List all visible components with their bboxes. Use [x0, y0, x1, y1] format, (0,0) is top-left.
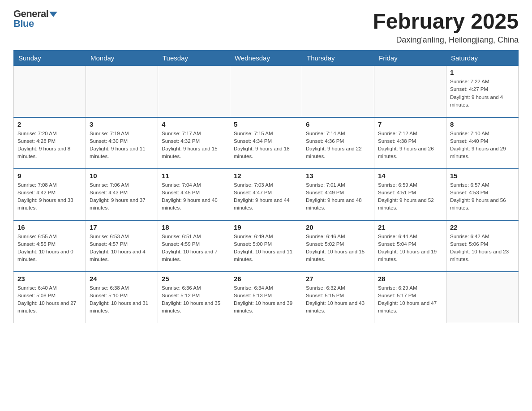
logo-blue-text: Blue — [13, 18, 34, 29]
calendar-cell-0-5 — [374, 66, 446, 117]
day-number-6: 6 — [306, 120, 370, 128]
day-info-21: Sunrise: 6:44 AMSunset: 5:04 PMDaylight:… — [378, 233, 442, 264]
day-number-1: 1 — [450, 68, 515, 76]
day-number-3: 3 — [90, 120, 154, 128]
day-info-5: Sunrise: 7:15 AMSunset: 4:34 PMDaylight:… — [234, 130, 298, 161]
location-subtitle: Daxing'anling, Heilongjiang, China — [13, 35, 519, 45]
calendar-cell-3-6: 22Sunrise: 6:42 AMSunset: 5:06 PMDayligh… — [446, 220, 519, 272]
week-row-4: 23Sunrise: 6:40 AMSunset: 5:08 PMDayligh… — [14, 272, 519, 323]
day-info-19: Sunrise: 6:49 AMSunset: 5:00 PMDaylight:… — [234, 233, 298, 264]
calendar-cell-0-0 — [14, 66, 86, 117]
day-number-12: 12 — [234, 172, 298, 180]
calendar-cell-3-2: 18Sunrise: 6:51 AMSunset: 4:59 PMDayligh… — [158, 220, 230, 272]
calendar-cell-2-1: 10Sunrise: 7:06 AMSunset: 4:43 PMDayligh… — [86, 169, 158, 220]
day-number-7: 7 — [378, 120, 442, 128]
day-info-6: Sunrise: 7:14 AMSunset: 4:36 PMDaylight:… — [306, 130, 370, 161]
calendar-cell-2-3: 12Sunrise: 7:03 AMSunset: 4:47 PMDayligh… — [230, 169, 302, 220]
month-title: February 2025 — [373, 9, 519, 34]
calendar-cell-4-1: 24Sunrise: 6:38 AMSunset: 5:10 PMDayligh… — [86, 272, 158, 323]
calendar-cell-4-6 — [446, 272, 519, 323]
day-info-17: Sunrise: 6:53 AMSunset: 4:57 PMDaylight:… — [90, 233, 154, 264]
header-wednesday: Wednesday — [230, 51, 302, 66]
day-info-28: Sunrise: 6:29 AMSunset: 5:17 PMDaylight:… — [378, 284, 442, 315]
day-info-23: Sunrise: 6:40 AMSunset: 5:08 PMDaylight:… — [17, 284, 82, 315]
calendar-cell-4-0: 23Sunrise: 6:40 AMSunset: 5:08 PMDayligh… — [14, 272, 86, 323]
day-info-4: Sunrise: 7:17 AMSunset: 4:32 PMDaylight:… — [162, 130, 226, 161]
calendar-cell-4-2: 25Sunrise: 6:36 AMSunset: 5:12 PMDayligh… — [158, 272, 230, 323]
day-number-24: 24 — [90, 275, 154, 283]
header-tuesday: Tuesday — [158, 51, 230, 66]
calendar-cell-4-3: 26Sunrise: 6:34 AMSunset: 5:13 PMDayligh… — [230, 272, 302, 323]
calendar-cell-3-4: 20Sunrise: 6:46 AMSunset: 5:02 PMDayligh… — [302, 220, 374, 272]
calendar-cell-2-0: 9Sunrise: 7:08 AMSunset: 4:42 PMDaylight… — [14, 169, 86, 220]
day-number-25: 25 — [162, 275, 226, 283]
day-info-15: Sunrise: 6:57 AMSunset: 4:53 PMDaylight:… — [450, 181, 515, 212]
header-saturday: Saturday — [446, 51, 519, 66]
day-number-4: 4 — [162, 120, 226, 128]
logo-triangle-icon — [49, 12, 57, 17]
day-number-18: 18 — [162, 223, 226, 231]
calendar-cell-2-6: 15Sunrise: 6:57 AMSunset: 4:53 PMDayligh… — [446, 169, 519, 220]
day-info-3: Sunrise: 7:19 AMSunset: 4:30 PMDaylight:… — [90, 130, 154, 161]
week-row-0: 1Sunrise: 7:22 AMSunset: 4:27 PMDaylight… — [14, 66, 519, 117]
calendar-cell-0-1 — [86, 66, 158, 117]
day-info-10: Sunrise: 7:06 AMSunset: 4:43 PMDaylight:… — [90, 181, 154, 212]
day-info-9: Sunrise: 7:08 AMSunset: 4:42 PMDaylight:… — [17, 181, 82, 212]
day-info-1: Sunrise: 7:22 AMSunset: 4:27 PMDaylight:… — [450, 78, 515, 109]
calendar-cell-3-1: 17Sunrise: 6:53 AMSunset: 4:57 PMDayligh… — [86, 220, 158, 272]
day-number-16: 16 — [17, 223, 82, 231]
logo-line1: General — [13, 9, 57, 19]
calendar-cell-1-2: 4Sunrise: 7:17 AMSunset: 4:32 PMDaylight… — [158, 117, 230, 169]
day-info-25: Sunrise: 6:36 AMSunset: 5:12 PMDaylight:… — [162, 284, 226, 315]
day-number-17: 17 — [90, 223, 154, 231]
calendar-cell-0-3 — [230, 66, 302, 117]
calendar-cell-3-5: 21Sunrise: 6:44 AMSunset: 5:04 PMDayligh… — [374, 220, 446, 272]
day-number-21: 21 — [378, 223, 442, 231]
day-info-16: Sunrise: 6:55 AMSunset: 4:55 PMDaylight:… — [17, 233, 82, 264]
calendar-cell-0-2 — [158, 66, 230, 117]
header-sunday: Sunday — [14, 51, 86, 66]
day-number-26: 26 — [234, 275, 298, 283]
header-monday: Monday — [86, 51, 158, 66]
day-number-23: 23 — [17, 275, 82, 283]
calendar-cell-1-4: 6Sunrise: 7:14 AMSunset: 4:36 PMDaylight… — [302, 117, 374, 169]
calendar-cell-4-4: 27Sunrise: 6:32 AMSunset: 5:15 PMDayligh… — [302, 272, 374, 323]
calendar-cell-1-3: 5Sunrise: 7:15 AMSunset: 4:34 PMDaylight… — [230, 117, 302, 169]
day-number-15: 15 — [450, 172, 515, 180]
calendar-table: Sunday Monday Tuesday Wednesday Thursday… — [13, 50, 519, 323]
weekday-header-row: Sunday Monday Tuesday Wednesday Thursday… — [14, 51, 519, 66]
week-row-2: 9Sunrise: 7:08 AMSunset: 4:42 PMDaylight… — [14, 169, 519, 220]
calendar-cell-4-5: 28Sunrise: 6:29 AMSunset: 5:17 PMDayligh… — [374, 272, 446, 323]
calendar-cell-2-5: 14Sunrise: 6:59 AMSunset: 4:51 PMDayligh… — [374, 169, 446, 220]
calendar-cell-2-2: 11Sunrise: 7:04 AMSunset: 4:45 PMDayligh… — [158, 169, 230, 220]
day-number-14: 14 — [378, 172, 442, 180]
day-info-18: Sunrise: 6:51 AMSunset: 4:59 PMDaylight:… — [162, 233, 226, 264]
calendar-cell-0-4 — [302, 66, 374, 117]
page-header: General Blue February 2025 — [13, 9, 519, 34]
title-block: February 2025 — [373, 9, 519, 34]
calendar-cell-1-0: 2Sunrise: 7:20 AMSunset: 4:28 PMDaylight… — [14, 117, 86, 169]
calendar-cell-1-5: 7Sunrise: 7:12 AMSunset: 4:38 PMDaylight… — [374, 117, 446, 169]
day-number-13: 13 — [306, 172, 370, 180]
day-number-9: 9 — [17, 172, 82, 180]
week-row-1: 2Sunrise: 7:20 AMSunset: 4:28 PMDaylight… — [14, 117, 519, 169]
day-info-24: Sunrise: 6:38 AMSunset: 5:10 PMDaylight:… — [90, 284, 154, 315]
day-number-20: 20 — [306, 223, 370, 231]
week-row-3: 16Sunrise: 6:55 AMSunset: 4:55 PMDayligh… — [14, 220, 519, 272]
header-friday: Friday — [374, 51, 446, 66]
day-info-8: Sunrise: 7:10 AMSunset: 4:40 PMDaylight:… — [450, 130, 515, 161]
day-info-11: Sunrise: 7:04 AMSunset: 4:45 PMDaylight:… — [162, 181, 226, 212]
day-number-5: 5 — [234, 120, 298, 128]
calendar-cell-0-6: 1Sunrise: 7:22 AMSunset: 4:27 PMDaylight… — [446, 66, 519, 117]
day-number-10: 10 — [90, 172, 154, 180]
day-info-13: Sunrise: 7:01 AMSunset: 4:49 PMDaylight:… — [306, 181, 370, 212]
day-info-14: Sunrise: 6:59 AMSunset: 4:51 PMDaylight:… — [378, 181, 442, 212]
day-number-22: 22 — [450, 223, 515, 231]
calendar-cell-1-1: 3Sunrise: 7:19 AMSunset: 4:30 PMDaylight… — [86, 117, 158, 169]
calendar-cell-3-0: 16Sunrise: 6:55 AMSunset: 4:55 PMDayligh… — [14, 220, 86, 272]
day-info-22: Sunrise: 6:42 AMSunset: 5:06 PMDaylight:… — [450, 233, 515, 264]
calendar-cell-3-3: 19Sunrise: 6:49 AMSunset: 5:00 PMDayligh… — [230, 220, 302, 272]
logo: General Blue — [13, 9, 57, 29]
day-number-19: 19 — [234, 223, 298, 231]
day-info-12: Sunrise: 7:03 AMSunset: 4:47 PMDaylight:… — [234, 181, 298, 212]
